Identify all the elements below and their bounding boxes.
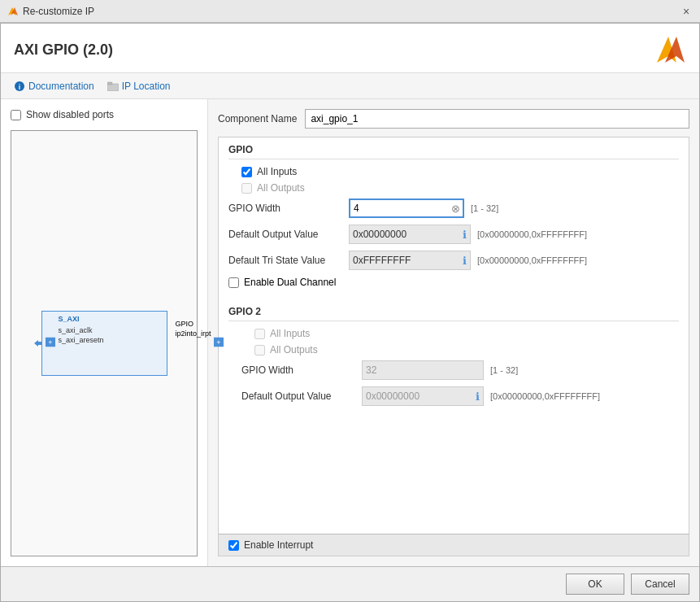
close-button[interactable]: × xyxy=(679,4,693,19)
vivado-logo xyxy=(654,33,686,66)
component-name-input[interactable] xyxy=(305,109,689,129)
app-icon xyxy=(7,6,18,17)
svg-rect-6 xyxy=(107,84,119,91)
title-bar: Re-customize IP × xyxy=(0,0,700,23)
config-panel: GPIO All Inputs All Outputs xyxy=(218,137,689,556)
action-bar: OK Cancel xyxy=(1,566,699,601)
all-outputs-checkbox[interactable] xyxy=(241,183,252,194)
default-tristate-label: Default Tri State Value xyxy=(228,255,342,266)
left-panel: Show disabled ports xyxy=(1,99,208,566)
show-disabled-label[interactable]: Show disabled ports xyxy=(26,109,114,120)
show-disabled-checkbox[interactable] xyxy=(11,110,21,120)
default-tristate-info-icon[interactable]: ℹ xyxy=(463,255,467,267)
ok-button[interactable]: OK xyxy=(566,574,624,595)
gpio2-config-body: All Inputs All Outputs GPIO Width 32 xyxy=(232,321,689,419)
block-ip2int-label: ip2into_irpt xyxy=(175,329,211,338)
enable-dual-label: Enable Dual Channel xyxy=(244,277,336,288)
block-areset-label: s_axi_aresetn xyxy=(59,336,160,344)
gpio2-width-range: [1 - 32] xyxy=(490,365,518,375)
gpio-width-label: GPIO Width xyxy=(228,203,342,214)
svg-text:+: + xyxy=(48,338,52,347)
enable-dual-row: Enable Dual Channel xyxy=(228,277,679,288)
default-tristate-input: 0xFFFFFFFF ℹ xyxy=(349,251,471,270)
title-bar-left: Re-customize IP xyxy=(7,6,94,17)
default-output-input: 0x00000000 ℹ xyxy=(349,225,471,244)
gpio2-width-input: 32 xyxy=(362,360,484,380)
ip-location-link[interactable]: IP Location xyxy=(107,81,171,92)
gpio2-width-label: GPIO Width xyxy=(241,364,355,376)
default-tristate-range: [0x00000000,0xFFFFFFFF] xyxy=(477,255,587,265)
default-output-info-icon[interactable]: ℹ xyxy=(463,229,467,241)
svg-text:i: i xyxy=(19,83,21,91)
gpio-width-range: [1 - 32] xyxy=(471,203,498,213)
default-output-range: [0x00000000,0xFFFFFFFF] xyxy=(477,229,587,239)
show-disabled-row: Show disabled ports xyxy=(11,109,198,120)
block-aclk-label: s_axi_aclk xyxy=(59,326,160,334)
nav-bar: i Documentation IP Location xyxy=(1,73,699,99)
ip-location-label: IP Location xyxy=(122,81,171,92)
default-output-label: Default Output Value xyxy=(228,229,342,240)
block-saxi-label: S_AXI xyxy=(59,315,160,323)
gpio2-default-output-info-icon[interactable]: ℹ xyxy=(476,390,480,403)
enable-interrupt-label: Enable Interrupt xyxy=(244,539,313,551)
component-name-label: Component Name xyxy=(218,113,297,124)
gpio2-width-row: GPIO Width 32 [1 - 32] xyxy=(241,360,679,380)
app-title: AXI GPIO (2.0) xyxy=(14,41,113,59)
gpio2-all-outputs-label[interactable]: All Outputs xyxy=(254,344,679,356)
enable-interrupt-checkbox[interactable] xyxy=(228,540,239,551)
title-bar-text: Re-customize IP xyxy=(23,6,94,17)
cancel-button[interactable]: Cancel xyxy=(631,574,689,595)
default-output-row: Default Output Value 0x00000000 ℹ [0x000… xyxy=(228,225,679,244)
gpio-width-input-container: ⊗ xyxy=(349,198,464,218)
folder-nav-icon xyxy=(107,81,119,91)
block-gpio-right-label: GPIO xyxy=(175,320,211,328)
enable-interrupt-row: Enable Interrupt xyxy=(228,539,313,551)
svg-marker-9 xyxy=(34,340,38,347)
plus-right-icon[interactable]: + xyxy=(214,338,224,347)
documentation-link[interactable]: i Documentation xyxy=(14,81,94,92)
content-area: Show disabled ports xyxy=(1,99,699,566)
config-scroll[interactable]: GPIO All Inputs All Outputs xyxy=(219,137,689,534)
info-nav-icon: i xyxy=(14,81,25,92)
all-inputs-checkbox[interactable] xyxy=(241,167,252,177)
default-tristate-row: Default Tri State Value 0xFFFFFFFF ℹ [0x… xyxy=(228,251,679,270)
gpio2-default-output-range: [0x00000000,0xFFFFFFFF] xyxy=(490,391,600,401)
enable-interrupt-bar: Enable Interrupt xyxy=(219,534,689,556)
component-preview: + S_AXI s_axi_aclk s_axi_aresetn GPIO xyxy=(11,130,198,556)
gpio2-all-outputs-checkbox[interactable] xyxy=(254,345,265,356)
gpio2-default-output-label: Default Output Value xyxy=(241,390,355,402)
gpio-width-clear-btn[interactable]: ⊗ xyxy=(448,201,463,216)
gpio2-default-output-input: 0x00000000 ℹ xyxy=(362,386,484,406)
svg-text:+: + xyxy=(216,338,220,347)
gpio2-default-output-row: Default Output Value 0x00000000 ℹ [0x000… xyxy=(241,386,679,406)
gpio-width-row: GPIO Width ⊗ [1 - 32] xyxy=(228,198,679,218)
gpio2-all-inputs-label[interactable]: All Inputs xyxy=(254,328,679,339)
gpio-config-body: All Inputs All Outputs GPIO Width xyxy=(219,159,689,299)
config-spacer xyxy=(219,419,689,435)
documentation-label: Documentation xyxy=(28,81,94,92)
right-panel: Component Name GPIO All Inputs xyxy=(208,99,699,566)
gpio2-all-inputs-checkbox[interactable] xyxy=(254,329,265,339)
plus-left-icon[interactable]: + xyxy=(46,338,55,347)
gpio-width-input[interactable] xyxy=(350,201,448,216)
all-inputs-label[interactable]: All Inputs xyxy=(241,166,679,177)
gpio2-section-header: GPIO 2 xyxy=(219,299,689,321)
app-header: AXI GPIO (2.0) xyxy=(1,24,699,73)
gpio-section-header: GPIO xyxy=(219,137,689,159)
component-name-row: Component Name xyxy=(218,109,689,129)
all-outputs-label[interactable]: All Outputs xyxy=(241,182,679,194)
svg-rect-7 xyxy=(107,82,112,85)
enable-dual-checkbox[interactable] xyxy=(228,277,239,288)
main-window: AXI GPIO (2.0) i Documentation IP Locati… xyxy=(0,23,700,602)
